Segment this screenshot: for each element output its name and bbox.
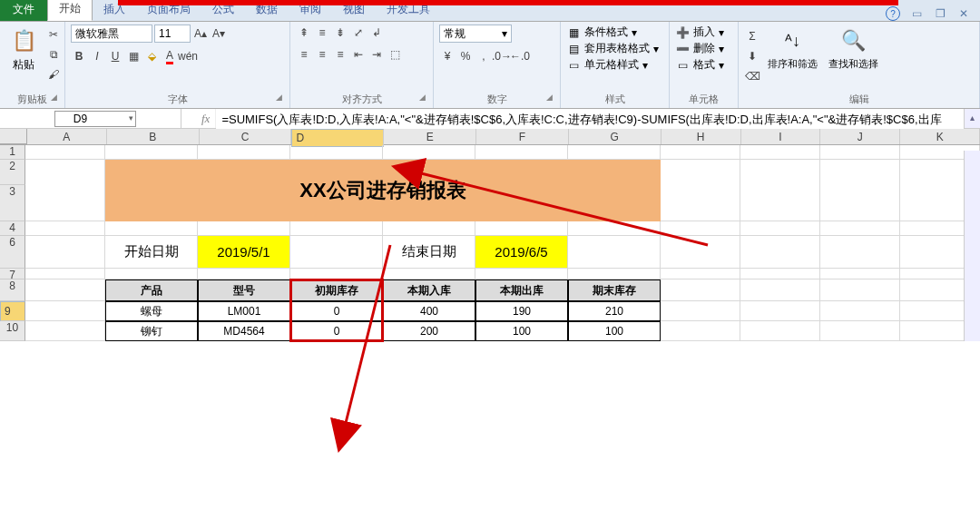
window-close-icon[interactable]: ✕ bbox=[956, 6, 971, 21]
grow-font-icon[interactable]: A▴ bbox=[192, 25, 209, 42]
sort-filter-button[interactable]: ᴬ↓ 排序和筛选 bbox=[764, 25, 821, 73]
col-header[interactable]: B bbox=[107, 129, 200, 144]
tab-start[interactable]: 开始 bbox=[47, 0, 93, 21]
font-color-button[interactable]: A bbox=[162, 48, 178, 64]
phonetic-button[interactable]: wén bbox=[180, 48, 196, 64]
row-header[interactable]: 8 bbox=[0, 280, 25, 301]
insert-cells-button[interactable]: ➕插入▾ bbox=[675, 25, 724, 40]
currency-icon[interactable]: ¥ bbox=[439, 48, 456, 64]
dec-decimal-icon[interactable]: ←.0 bbox=[512, 48, 528, 64]
merge-icon[interactable]: ⬚ bbox=[387, 46, 403, 63]
row-header[interactable]: 1 bbox=[0, 145, 25, 160]
table-cell[interactable]: 200 bbox=[383, 321, 475, 341]
autosum-icon[interactable]: Σ bbox=[744, 28, 760, 44]
col-header[interactable]: E bbox=[384, 129, 476, 144]
col-header[interactable]: H bbox=[662, 129, 741, 144]
col-header[interactable]: K bbox=[900, 129, 980, 144]
dialog-launcher-icon[interactable]: ◢ bbox=[546, 93, 553, 102]
fill-color-button[interactable]: ⬙ bbox=[143, 48, 160, 64]
cell-style-button[interactable]: ▭单元格样式▾ bbox=[566, 57, 659, 73]
table-cell[interactable]: 400 bbox=[383, 301, 475, 321]
border-button[interactable]: ▦ bbox=[125, 48, 142, 64]
align-left-icon[interactable]: ≡ bbox=[296, 46, 312, 63]
number-format-select[interactable]: 常规▾ bbox=[439, 25, 512, 43]
end-date-label[interactable]: 结束日期 bbox=[383, 236, 475, 269]
align-center-icon[interactable]: ≡ bbox=[314, 46, 330, 63]
percent-icon[interactable]: % bbox=[457, 48, 474, 64]
col-header[interactable]: F bbox=[476, 129, 569, 144]
row-header[interactable]: 3 bbox=[0, 185, 25, 221]
col-header[interactable]: I bbox=[741, 129, 821, 144]
delete-cells-button[interactable]: ➖删除▾ bbox=[675, 41, 724, 56]
cell[interactable] bbox=[25, 145, 105, 160]
row-header[interactable]: 6 bbox=[0, 236, 25, 269]
row-header[interactable]: 10 bbox=[0, 321, 25, 341]
fill-icon[interactable]: ⬇ bbox=[744, 48, 760, 64]
font-name-select[interactable]: 微软雅黑 bbox=[71, 25, 152, 43]
col-header[interactable]: A bbox=[27, 129, 107, 144]
indent-inc-icon[interactable]: ⇥ bbox=[368, 46, 385, 63]
table-cell[interactable]: 100 bbox=[568, 321, 661, 341]
wrap-text-icon[interactable]: ↲ bbox=[368, 25, 385, 41]
format-painter-icon[interactable]: 🖌 bbox=[45, 66, 62, 83]
shrink-font-icon[interactable]: A▾ bbox=[211, 25, 227, 42]
row-header[interactable]: 7 bbox=[0, 269, 25, 280]
bold-button[interactable]: B bbox=[71, 48, 87, 64]
font-size-select[interactable]: 11 bbox=[154, 25, 191, 43]
dialog-launcher-icon[interactable]: ◢ bbox=[51, 93, 57, 102]
name-box[interactable]: D9▾ bbox=[54, 111, 136, 127]
underline-button[interactable]: U bbox=[107, 48, 123, 64]
table-cell[interactable]: 0 bbox=[290, 321, 383, 341]
clear-icon[interactable]: ⌫ bbox=[744, 68, 760, 84]
format-cells-button[interactable]: ▭格式▾ bbox=[675, 57, 724, 73]
select-all-corner[interactable] bbox=[0, 129, 27, 144]
report-title[interactable]: XX公司进存销报表 bbox=[105, 160, 661, 221]
collapse-formula-icon[interactable]: ▴ bbox=[964, 109, 980, 128]
comma-icon[interactable]: , bbox=[475, 48, 492, 64]
col-header[interactable]: G bbox=[569, 129, 662, 144]
copy-icon[interactable]: ⧉ bbox=[45, 46, 62, 63]
dialog-launcher-icon[interactable]: ◢ bbox=[419, 93, 426, 102]
table-cell[interactable]: 螺母 bbox=[105, 301, 198, 321]
align-top-icon[interactable]: ⇞ bbox=[296, 25, 312, 41]
table-header[interactable]: 本期入库 bbox=[383, 280, 475, 301]
active-cell[interactable]: 0 bbox=[290, 301, 383, 321]
find-select-button[interactable]: 🔍 查找和选择 bbox=[825, 25, 882, 73]
table-header[interactable]: 期末库存 bbox=[568, 280, 661, 301]
align-right-icon[interactable]: ≡ bbox=[332, 46, 348, 63]
vertical-scrollbar[interactable] bbox=[964, 151, 980, 341]
start-date-value[interactable]: 2019/5/1 bbox=[198, 236, 290, 269]
indent-dec-icon[interactable]: ⇤ bbox=[350, 46, 367, 63]
conditional-format-button[interactable]: ▦条件格式▾ bbox=[566, 25, 659, 40]
row-header[interactable]: 4 bbox=[0, 221, 25, 236]
table-cell[interactable]: 210 bbox=[568, 301, 661, 321]
align-middle-icon[interactable]: ≡ bbox=[314, 25, 330, 41]
minimize-ribbon-icon[interactable]: ▭ bbox=[909, 6, 924, 21]
end-date-value[interactable]: 2019/6/5 bbox=[475, 236, 568, 269]
fx-icon[interactable]: fx bbox=[201, 112, 210, 126]
table-header[interactable]: 型号 bbox=[198, 280, 290, 301]
col-header[interactable]: J bbox=[820, 129, 900, 144]
tab-file[interactable]: 文件 bbox=[0, 0, 47, 21]
table-cell[interactable]: 100 bbox=[475, 321, 568, 341]
window-restore-icon[interactable]: ❐ bbox=[933, 6, 947, 21]
table-format-button[interactable]: ▤套用表格格式▾ bbox=[566, 41, 659, 56]
table-header[interactable]: 产品 bbox=[105, 280, 198, 301]
align-bottom-icon[interactable]: ⇟ bbox=[332, 25, 348, 41]
table-cell[interactable]: LM001 bbox=[198, 301, 290, 321]
row-header[interactable]: 2 bbox=[0, 160, 25, 185]
help-icon[interactable]: ? bbox=[886, 6, 900, 21]
row-header[interactable]: 9 bbox=[0, 301, 25, 321]
col-header[interactable]: C bbox=[200, 129, 292, 144]
paste-button[interactable]: 📋 粘贴 bbox=[5, 25, 42, 74]
table-header[interactable]: 初期库存 bbox=[290, 280, 383, 301]
cut-icon[interactable]: ✂ bbox=[45, 26, 62, 43]
table-cell[interactable]: 铆钉 bbox=[105, 321, 198, 341]
table-cell[interactable]: MD4564 bbox=[198, 321, 290, 341]
start-date-label[interactable]: 开始日期 bbox=[105, 236, 198, 269]
inc-decimal-icon[interactable]: .0→ bbox=[494, 48, 510, 64]
italic-button[interactable]: I bbox=[89, 48, 105, 64]
col-header[interactable]: D bbox=[291, 129, 384, 147]
orientation-icon[interactable]: ⤢ bbox=[350, 25, 367, 41]
dialog-launcher-icon[interactable]: ◢ bbox=[276, 93, 282, 102]
